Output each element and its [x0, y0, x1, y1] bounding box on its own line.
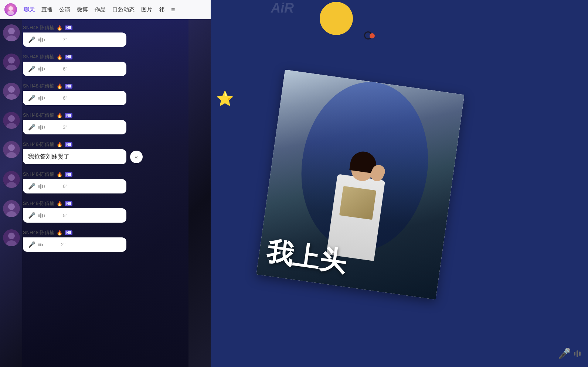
voice-bubble[interactable]: 🎤 3": [23, 120, 126, 134]
menu-icon[interactable]: ≡: [171, 6, 175, 14]
avatar: [3, 141, 20, 158]
nav-pocket[interactable]: 口袋动态: [112, 6, 135, 13]
right-panel: AiR ⭐: [211, 0, 588, 367]
nii-badge: NII: [65, 113, 72, 118]
svg-point-2: [7, 11, 14, 15]
voice-waveform: [38, 96, 45, 101]
voice-waveform: [38, 213, 45, 218]
voice-waveform: [38, 37, 45, 42]
sender-name: SNH48-陈倩楠: [23, 24, 54, 31]
left-panel: 聊天 直播 公演 微博 作品 口袋动态 图片 祁 ≡ SNH48-陈倩楠 🔥: [0, 0, 211, 367]
nav-works[interactable]: 作品: [95, 6, 106, 13]
avatar: [3, 112, 20, 129]
nii-badge: NII: [65, 201, 72, 206]
nav-concert[interactable]: 公演: [59, 6, 70, 13]
avatar: [3, 54, 20, 71]
voice-bubble[interactable]: 🎤 5": [23, 208, 126, 223]
avatar: [3, 171, 20, 188]
message-row: SNH48-陈倩楠 🔥 NII 🎤 6": [0, 80, 211, 105]
message-row: SNH48-陈倩楠 🔥 NII 🎤 7": [0, 21, 211, 47]
message-row: SNH48-陈倩楠 🔥 NII 🎤 2": [0, 226, 211, 252]
avatar: [3, 229, 20, 246]
microphone-icon: 🎤: [28, 212, 35, 219]
fire-badge: 🔥: [57, 83, 62, 89]
user-avatar[interactable]: [4, 3, 17, 16]
bottom-voice-indicator: 🎤: [558, 347, 581, 360]
bottom-microphone-icon: 🎤: [558, 347, 571, 360]
message-sender: SNH48-陈倩楠 🔥 NII: [23, 200, 206, 207]
avatar: [3, 200, 20, 217]
message-text: 我抢答刘妹贤了: [28, 153, 69, 160]
microphone-icon: 🎤: [28, 95, 35, 102]
nii-badge: NII: [65, 230, 72, 235]
bottom-voice-waveform: [574, 350, 581, 357]
nav-weibo[interactable]: 微博: [77, 6, 88, 13]
message-sender: SNH48-陈倩楠 🔥 NII: [23, 229, 206, 236]
nii-badge: NII: [65, 84, 72, 89]
svg-point-19: [8, 174, 15, 181]
message-sender: SNH48-陈倩楠 🔥 NII: [23, 24, 206, 31]
nav-wish[interactable]: 祁: [159, 6, 164, 13]
nav-chat[interactable]: 聊天: [24, 6, 35, 13]
voice-duration: 6": [63, 95, 67, 101]
microphone-icon: 🎤: [28, 124, 35, 131]
nav-photos[interactable]: 图片: [141, 6, 152, 13]
voice-duration: 2": [61, 242, 65, 247]
message-row: SNH48-陈倩楠 🔥 NII 🎤 5": [0, 197, 211, 223]
sender-name: SNH48-陈倩楠: [23, 229, 54, 236]
fire-badge: 🔥: [57, 25, 62, 31]
sender-name: SNH48-陈倩楠: [23, 200, 54, 207]
sender-name: SNH48-陈倩楠: [23, 83, 54, 89]
voice-duration: 3": [63, 124, 67, 130]
voice-bubble[interactable]: 🎤 6": [23, 62, 126, 76]
message-sender: SNH48-陈倩楠 🔥 NII: [23, 112, 206, 119]
svg-point-13: [8, 115, 15, 122]
text-bubble[interactable]: 我抢答刘妹贤了 «: [23, 149, 126, 164]
fire-badge: 🔥: [57, 201, 62, 206]
chat-area: SNH48-陈倩楠 🔥 NII 🎤 7": [0, 19, 211, 367]
voice-bubble[interactable]: 🎤 6": [23, 91, 126, 105]
photo-content: 我上头: [256, 70, 464, 300]
message-row: SNH48-陈倩楠 🔥 NII 🎤 6": [0, 51, 211, 76]
voice-bubble[interactable]: 🎤 7": [23, 32, 126, 47]
voice-waveform: [38, 125, 45, 130]
voice-bubble[interactable]: 🎤 2": [23, 237, 126, 252]
avatar: [3, 24, 20, 41]
svg-point-22: [8, 203, 15, 210]
fire-badge: 🔥: [57, 54, 62, 60]
photo-card: 我上头: [256, 70, 464, 300]
nii-badge: NII: [65, 172, 72, 177]
voice-duration: 6": [63, 66, 67, 72]
sender-name: SNH48-陈倩楠: [23, 141, 54, 148]
star-icon: ⭐: [216, 90, 234, 107]
nav-live[interactable]: 直播: [41, 6, 52, 13]
sender-name: SNH48-陈倩楠: [23, 112, 54, 119]
nii-badge: NII: [65, 55, 72, 59]
decoration-dot: [370, 33, 375, 38]
message-content: SNH48-陈倩楠 🔥 NII 🎤 2": [23, 229, 206, 252]
voice-bubble[interactable]: 🎤 6": [23, 179, 126, 193]
svg-point-25: [8, 233, 15, 239]
fire-badge: 🔥: [57, 113, 62, 118]
voice-duration: 5": [63, 213, 67, 218]
svg-point-4: [8, 28, 15, 34]
reply-button[interactable]: «: [130, 151, 143, 163]
microphone-icon: 🎤: [28, 183, 35, 190]
microphone-icon: 🎤: [28, 65, 35, 72]
top-nav: 聊天 直播 公演 微博 作品 口袋动态 图片 祁 ≡: [0, 0, 211, 19]
voice-duration: 6": [63, 184, 67, 189]
message-content: SNH48-陈倩楠 🔥 NII 🎤 6": [23, 83, 206, 105]
message-sender: SNH48-陈倩楠 🔥 NII: [23, 54, 206, 60]
message-content: SNH48-陈倩楠 🔥 NII 🎤 7": [23, 24, 206, 47]
message-sender: SNH48-陈倩楠 🔥 NII: [23, 141, 206, 148]
message-row: SNH48-陈倩楠 🔥 NII 🎤 3": [0, 109, 211, 134]
microphone-icon: 🎤: [28, 36, 35, 43]
voice-waveform: [38, 243, 43, 246]
message-row: SNH48-陈倩楠 🔥 NII 我抢答刘妹贤了 «: [0, 138, 211, 164]
microphone-icon: 🎤: [28, 241, 35, 248]
sender-name: SNH48-陈倩楠: [23, 171, 54, 178]
air-logo: AiR: [271, 0, 294, 16]
fire-badge: 🔥: [57, 142, 62, 147]
message-sender: SNH48-陈倩楠 🔥 NII: [23, 171, 206, 178]
message-row: SNH48-陈倩楠 🔥 NII 🎤 6": [0, 168, 211, 193]
